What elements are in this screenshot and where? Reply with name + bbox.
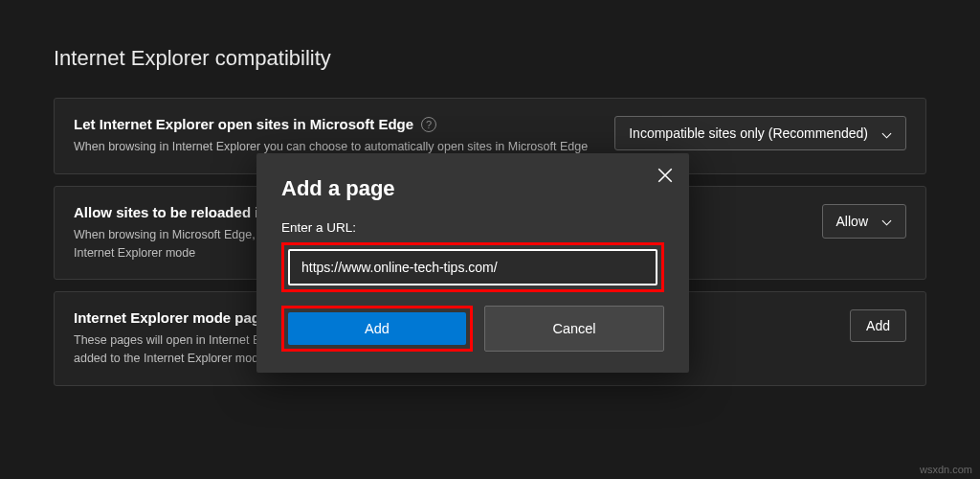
dropdown-value: Allow <box>836 214 868 229</box>
setting-title-text: Internet Explorer mode pages <box>74 309 277 326</box>
page-title: Internet Explorer compatibility <box>54 46 926 71</box>
setting-title-text: Let Internet Explorer open sites in Micr… <box>74 116 413 132</box>
open-sites-dropdown[interactable]: Incompatible sites only (Recommended) <box>614 116 906 150</box>
watermark: wsxdn.com <box>920 464 972 475</box>
help-icon[interactable]: ? <box>421 117 436 132</box>
chevron-down-icon <box>881 216 892 226</box>
modal-add-button[interactable]: Add <box>288 312 466 345</box>
allow-reload-dropdown[interactable]: Allow <box>822 204 906 239</box>
add-page-modal: Add a page Enter a URL: Add Cancel <box>256 153 689 373</box>
modal-cancel-button[interactable]: Cancel <box>484 306 664 352</box>
chevron-down-icon <box>881 128 892 139</box>
add-page-button[interactable]: Add <box>850 309 906 342</box>
input-highlight <box>281 242 664 292</box>
url-input[interactable] <box>288 249 657 285</box>
add-button-highlight: Add <box>281 306 473 352</box>
modal-url-label: Enter a URL: <box>281 220 664 235</box>
setting-title: Let Internet Explorer open sites in Micr… <box>74 116 595 132</box>
close-icon[interactable] <box>657 167 674 184</box>
dropdown-value: Incompatible sites only (Recommended) <box>629 125 868 141</box>
modal-title: Add a page <box>281 176 664 201</box>
